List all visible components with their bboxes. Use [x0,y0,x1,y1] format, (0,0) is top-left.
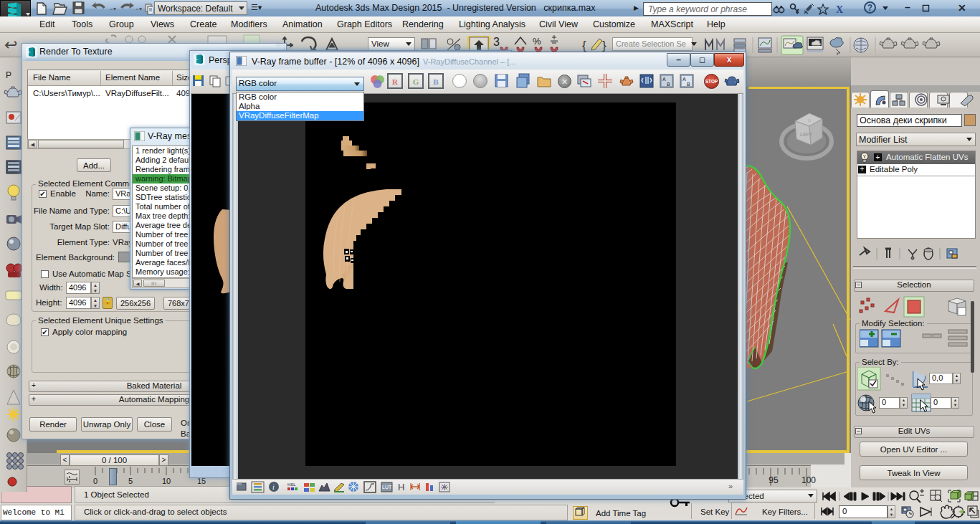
svg-text:B: B [667,82,670,87]
svg-text:LUT: LUT [382,485,392,490]
svg-text:B: B [687,82,690,87]
svg-text:{: { [582,39,586,52]
svg-text:100: 100 [801,475,816,485]
svg-text:%: % [533,36,541,47]
svg-text:10: 10 [162,477,171,485]
svg-text:HSL: HSL [287,482,296,487]
svg-text:A: A [682,77,686,82]
svg-text:5: 5 [128,477,133,485]
svg-text:A: A [662,77,666,82]
svg-text:3: 3 [493,36,500,48]
svg-text:95: 95 [769,475,779,485]
svg-text:0: 0 [93,477,97,485]
svg-text:H: H [398,482,404,492]
svg-text:i: i [272,483,275,491]
svg-text:}: } [602,39,606,52]
svg-text:X: X [836,4,843,15]
